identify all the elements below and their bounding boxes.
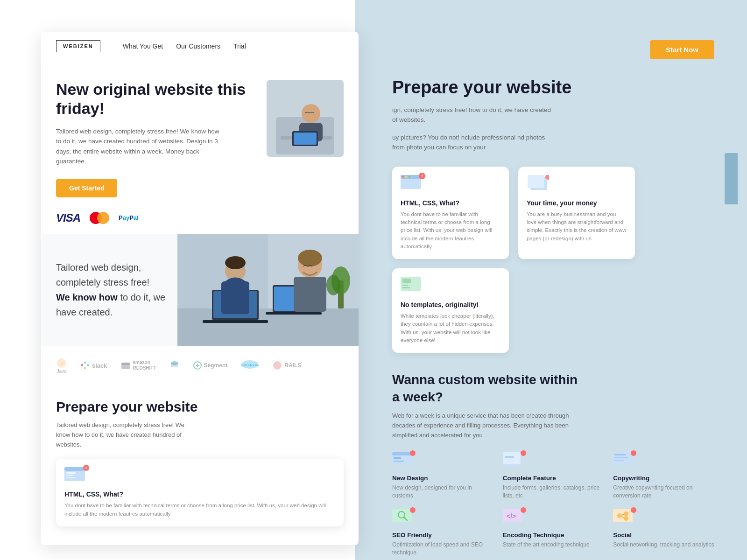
svg-point-76 xyxy=(624,511,628,516)
feature-card-notemplates-text: While templates look cheaper (literally)… xyxy=(401,312,500,344)
svg-rect-34 xyxy=(171,363,178,367)
bottom-title: Prepare your website xyxy=(56,399,344,415)
feature-new-design: New Design New design, designed for you … xyxy=(392,452,493,500)
feature-seo-title: SEO Friendly xyxy=(392,532,493,539)
feature-copywriting: Copywriting Creative copywriting focused… xyxy=(613,452,714,500)
hero-title: New original website this friday! xyxy=(56,80,257,118)
bottom-desc: Tailored web design, completely stress f… xyxy=(56,420,196,449)
feature-encoding-title: Encoding Technique xyxy=(503,532,604,539)
nav-link-our-customers[interactable]: Our Customers xyxy=(176,42,220,50)
bottom-card-title: HTML, CSS, What? xyxy=(64,490,335,498)
payment-logos: VISA P ay P al xyxy=(41,207,359,234)
rails-logo: RAILS xyxy=(272,360,301,371)
nav-bar: WEBIZEN What You Get Our Customers Trial xyxy=(41,32,359,61)
feature-copywriting-title: Copywriting xyxy=(613,475,714,482)
feature-card-html-text: You dont have to be familiar with techni… xyxy=(401,210,500,251)
mastercard-logo xyxy=(90,212,109,224)
svg-point-24 xyxy=(326,275,340,295)
svg-point-77 xyxy=(624,516,628,521)
get-started-button[interactable]: Get Started xyxy=(56,179,117,197)
svg-rect-68 xyxy=(614,460,624,461)
feature-seo-desc: Optimization of load speed and SEO techn… xyxy=(392,541,493,557)
salesforce-logo: salesforce xyxy=(240,359,259,371)
svg-rect-74 xyxy=(613,509,633,522)
svg-rect-12 xyxy=(203,320,268,323)
feature-complete-desc: Include forms, galleries, catalogs, pric… xyxy=(503,484,604,500)
feature-copywriting-desc: Creative copywriting focused on conversi… xyxy=(613,484,714,500)
svg-rect-6 xyxy=(294,133,317,145)
amazon-logo: amazonREDSHIFT xyxy=(120,360,156,371)
feature-card-time-text: You are a busy businessman and you love … xyxy=(527,210,627,243)
right-hero-desc: ign, completely stress free! how to do i… xyxy=(392,105,551,125)
svg-text:J: J xyxy=(61,362,63,366)
svg-rect-30 xyxy=(84,367,86,369)
visa-logo: VISA xyxy=(56,211,80,224)
custom-week-desc: Web for a week is a unique service that … xyxy=(392,411,588,440)
svg-text:</>: </> xyxy=(507,512,516,520)
svg-rect-63 xyxy=(503,452,521,464)
bottom-card-text: You dont have to be familiar with techni… xyxy=(64,502,335,518)
svg-rect-61 xyxy=(394,461,404,462)
feature-card-notemplates-title: No templates, originality! xyxy=(401,301,500,308)
feature-card-time-title: Your time, your money xyxy=(527,199,627,207)
feature-encoding-desc: State of the art encoding technique xyxy=(503,541,604,549)
nav-link-what-you-get[interactable]: What You Get xyxy=(123,42,163,50)
java-logo: J Java xyxy=(56,357,67,374)
feature-complete-title: Complete Feature xyxy=(503,475,604,482)
svg-point-40 xyxy=(273,361,282,370)
svg-point-50 xyxy=(409,176,410,178)
svg-point-49 xyxy=(405,176,407,178)
feature-social-title: Social xyxy=(613,532,714,539)
mysql-logo xyxy=(169,359,180,371)
svg-rect-15 xyxy=(266,312,322,315)
feature-encoding: </> Encoding Technique State of the art … xyxy=(503,509,604,557)
hero-desc: Tailored web design, completely stress f… xyxy=(56,126,224,167)
paypal-logo: P ay P al xyxy=(119,214,139,221)
tech-logos-bar: J Java slack amazonREDSHIFT Segment sale… xyxy=(41,346,359,385)
start-now-button[interactable]: Start Now xyxy=(650,40,714,59)
svg-rect-59 xyxy=(392,452,412,455)
team-image xyxy=(177,234,359,346)
feature-seo: SEO Friendly Optimization of load speed … xyxy=(392,509,493,557)
bottom-card-1: × HTML, CSS, What? You dont have to be f… xyxy=(56,459,344,526)
tagline-text: Tailored web design, completely stress f… xyxy=(56,260,177,320)
feature-social-desc: Social networking, tracking and analytic… xyxy=(613,541,714,549)
segment-logo: Segment xyxy=(193,361,228,370)
svg-rect-20 xyxy=(294,277,326,312)
svg-rect-66 xyxy=(614,454,626,455)
svg-point-21 xyxy=(298,250,322,266)
svg-rect-45 xyxy=(66,477,75,478)
svg-rect-29 xyxy=(87,364,89,366)
feature-card-html-title: HTML, CSS, What? xyxy=(401,199,500,207)
svg-point-18 xyxy=(225,256,246,269)
svg-rect-60 xyxy=(394,457,401,459)
right-hero-title: Prepare your website xyxy=(392,77,714,98)
svg-point-75 xyxy=(617,513,622,518)
svg-rect-52 xyxy=(528,175,544,188)
svg-rect-42 xyxy=(64,467,85,471)
svg-point-3 xyxy=(302,104,320,123)
feature-new-design-title: New Design xyxy=(392,475,493,482)
feature-card-time: Your time, your money You are a busy bus… xyxy=(518,167,635,259)
svg-rect-32 xyxy=(121,363,130,365)
svg-rect-28 xyxy=(84,362,86,364)
feature-complete: Complete Feature Include forms, gallerie… xyxy=(503,452,604,500)
svg-rect-17 xyxy=(221,281,249,314)
svg-rect-55 xyxy=(402,279,411,283)
svg-rect-44 xyxy=(66,475,73,476)
right-nav: Start Now xyxy=(369,32,738,68)
svg-rect-56 xyxy=(402,285,408,286)
svg-text:salesforce: salesforce xyxy=(240,363,259,367)
right-work-desc: uy pictures? You do not! nclude professi… xyxy=(392,133,551,153)
svg-rect-43 xyxy=(66,472,76,474)
nav-link-trial[interactable]: Trial xyxy=(233,42,246,50)
svg-rect-67 xyxy=(614,457,628,458)
svg-rect-57 xyxy=(402,287,410,288)
feature-card-html: × HTML, CSS, What? You dont have to be f… xyxy=(392,167,509,259)
svg-point-48 xyxy=(402,176,404,178)
blue-accent-bar xyxy=(725,153,738,204)
custom-week-title: Wanna custom website within a week? xyxy=(392,371,579,406)
feature-social: Social Social networking, tracking and a… xyxy=(613,509,714,557)
svg-rect-27 xyxy=(81,364,83,366)
svg-rect-64 xyxy=(505,456,514,458)
